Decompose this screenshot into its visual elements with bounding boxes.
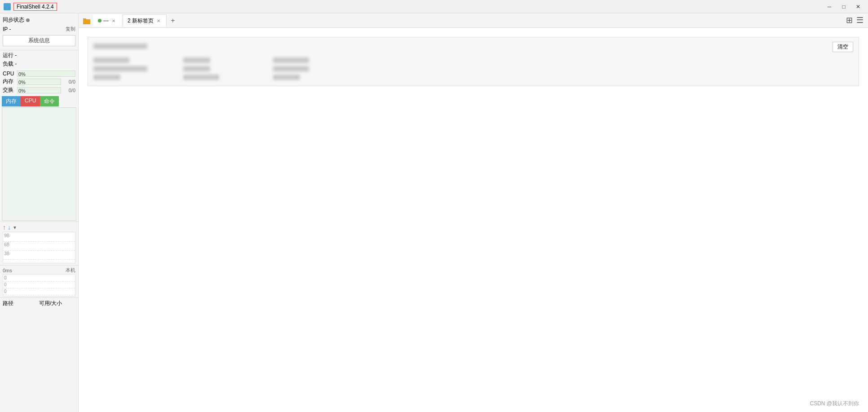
swap-row: 交换 0% 0/0 [3,86,75,94]
tab-2-label: 2 新标签页 [128,17,154,25]
tab-mem[interactable]: 内存 [2,96,21,106]
title-bar-left: FinalShell 4.2.4 [4,3,57,11]
copy-ip-button[interactable]: 复制 [66,26,75,32]
data-cell-1-1 [93,58,174,64]
title-bar: FinalShell 4.2.4 ─ □ ✕ [0,0,868,13]
menu-icon[interactable]: ☰ [856,15,864,25]
minimize-button[interactable]: ─ [823,2,836,11]
tab-2-close[interactable]: ✕ [155,18,162,24]
lat-val-3: 0 [4,289,7,294]
net-dropdown-icon[interactable]: ▼ [13,225,17,230]
disk-section: 路径 可用/大小 [0,297,78,412]
run-status: 运行 - [3,51,75,60]
latency-section: 0ms 本机 0 0 0 [0,265,78,297]
disk-header: 路径 可用/大小 [3,299,75,308]
top-right-icons: ⊞ ☰ [846,15,864,25]
content-inner: 清空 [79,28,868,412]
tab-cpu[interactable]: CPU [21,96,40,106]
sidebar-top: 同步状态 IP - 复制 系统信息 [0,13,78,50]
latency-ms-label: 0ms [3,268,12,273]
blur-cell-3-3 [273,75,300,80]
watermark: CSDN @我认不到你 [810,400,859,408]
sync-dot [26,18,30,22]
data-row-1 [93,57,853,65]
clear-button[interactable]: 清空 [833,42,853,52]
data-row-2 [93,65,853,74]
data-cell-1-3 [273,58,354,64]
lat-gridline-2 [3,288,75,288]
cpu-row: CPU 0% [3,70,75,77]
cpu-bar: 0% [17,71,75,77]
monitor-chart [2,107,76,221]
mem-bar: 0% [17,79,61,85]
data-row-3 [93,74,853,82]
sync-label: 同步状态 [3,16,24,24]
blur-cell-3-2 [183,75,219,80]
add-tab-button[interactable]: + [167,15,178,26]
panel-header-row: 清空 [93,41,853,53]
main-container: 同步状态 IP - 复制 系统信息 运行 - 负载 - CPU [0,13,868,412]
lat-val-2: 0 [4,282,7,287]
tabs-bar: --- ✕ 2 新标签页 ✕ + ⊞ ☰ [79,13,868,28]
net-gridline-3 [3,259,75,260]
lat-gridline-3 [3,295,75,295]
sidebar: 同步状态 IP - 复制 系统信息 运行 - 负载 - CPU [0,13,79,412]
local-label: 本机 [66,267,75,274]
sync-row: 同步状态 [3,15,75,25]
mem-value: 0% [18,79,26,85]
maximize-button[interactable]: □ [837,2,850,11]
net-gridline-1 [3,241,75,242]
sysinfo-button[interactable]: 系统信息 [3,35,75,46]
tab-2[interactable]: 2 新标签页 ✕ [123,14,167,27]
mem-row: 内存 0% 0/0 [3,77,75,86]
window-controls: ─ □ ✕ [823,2,864,11]
app-title: FinalShell 4.2.4 [13,3,57,11]
grid-view-icon[interactable]: ⊞ [846,15,853,25]
disk-col-path: 路径 [3,300,39,307]
data-cell-3-3 [273,75,354,81]
monitor-tabs: 内存 CPU 命令 [2,96,76,106]
swap-bar: 0% [17,87,61,93]
app-icon [4,3,11,10]
swap-value: 0% [18,88,26,94]
status-section: 运行 - 负载 - [0,50,78,69]
tab-cmd[interactable]: 命令 [40,96,59,106]
download-arrow-icon: ↓ [8,224,11,231]
load-section: CPU 0% 内存 0% 0/0 交换 [0,69,78,95]
mem-label: 内存 [3,78,15,85]
sidebar-sections: 运行 - 负载 - CPU 0% 内存 0% 0/0 [0,50,78,412]
blur-cell-1-3 [273,58,309,63]
upload-arrow-icon: ↑ [3,224,6,231]
tab-1-close[interactable]: ✕ [110,18,117,24]
cpu-label: CPU [3,71,15,77]
data-cell-2-1 [93,66,174,73]
lat-val-1: 0 [4,275,7,280]
disk-col-size: 可用/大小 [39,300,75,307]
latency-chart: 0 0 0 [3,274,75,297]
tab-1-label: --- [103,18,109,24]
blur-cell-2-3 [273,66,309,71]
network-header: ↑ ↓ ▼ [3,223,75,232]
content-area: --- ✕ 2 新标签页 ✕ + ⊞ ☰ 清空 [79,13,868,412]
spacer [93,53,853,57]
blur-cell-2-2 [183,66,210,71]
network-section: ↑ ↓ ▼ 9B 6B 3B [0,222,78,265]
folder-icon-button[interactable] [80,14,93,27]
tab-1-dot [98,19,101,22]
panel-title [93,44,147,50]
swap-extra: 0/0 [63,88,75,93]
data-cell-3-2 [183,75,264,81]
mem-extra: 0/0 [63,79,75,84]
lat-gridline-1 [3,281,75,282]
net-arrows: ↑ ↓ ▼ [3,224,17,231]
blurred-title [93,44,147,49]
blur-cell-1-2 [183,58,210,63]
data-cell-2-3 [273,66,354,73]
cpu-value: 0% [18,71,26,77]
tab-1[interactable]: --- ✕ [93,14,122,27]
blur-cell-2-1 [93,66,147,71]
ip-row: IP - 复制 [3,25,75,33]
close-button[interactable]: ✕ [852,2,864,11]
data-cell-1-2 [183,58,264,64]
network-chart: 9B 6B 3B [3,232,75,263]
